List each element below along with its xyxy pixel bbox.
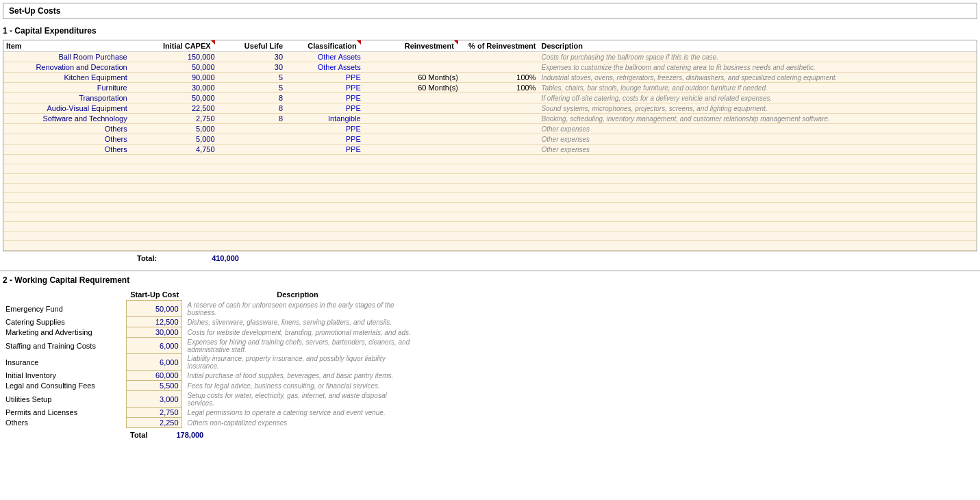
wc-amount: 2,750 — [126, 408, 181, 418]
capex-item-name: Others — [3, 124, 130, 134]
capex-classification: PPE — [286, 83, 364, 93]
wc-amount: 60,000 — [126, 371, 181, 381]
capex-classification: PPE — [286, 73, 364, 83]
wc-amount: 3,000 — [126, 391, 181, 408]
capex-item-name: Renovation and Decoration — [3, 62, 130, 73]
capex-reinvestment — [364, 103, 461, 114]
wc-header-description: Description — [181, 289, 414, 301]
capex-amount: 4,750 — [130, 145, 218, 155]
wc-amount: 2,250 — [126, 418, 181, 428]
capex-description: Other expenses — [539, 145, 977, 155]
capex-description: Expenses to customize the ballroom and c… — [539, 62, 977, 73]
capex-total-row: Total: 410,000 — [0, 251, 980, 265]
wc-item-name: Marketing and Advertising — [3, 327, 126, 338]
capex-item-name: Transportation — [3, 93, 130, 103]
wc-item-name: Staffing and Training Costs — [3, 338, 126, 354]
capex-amount: 50,000 — [130, 93, 218, 103]
capex-amount: 5,000 — [130, 134, 218, 145]
header-item: Item — [3, 40, 130, 52]
wc-total-row: Total 178,000 — [0, 428, 980, 442]
capex-row: Others 5,000 PPE Other expenses — [3, 134, 977, 145]
capex-empty-row — [3, 193, 977, 203]
capex-row: Software and Technology 2,750 8 Intangib… — [3, 114, 977, 124]
capex-row: Audio-Visual Equipment 22,500 8 PPE Soun… — [3, 103, 977, 114]
wc-row: Staffing and Training Costs 6,000 Expens… — [3, 338, 414, 354]
wc-item-name: Insurance — [3, 354, 126, 371]
capex-amount: 50,000 — [130, 62, 218, 73]
capex-classification: PPE — [286, 103, 364, 114]
capex-pct — [461, 52, 539, 62]
wc-item-name: Legal and Consulting Fees — [3, 381, 126, 391]
capex-item-name: Software and Technology — [3, 114, 130, 124]
capex-reinvestment — [364, 114, 461, 124]
capex-useful-life — [218, 134, 286, 145]
header-useful: Useful Life — [218, 40, 286, 52]
capex-description: Other expenses — [539, 124, 977, 134]
capex-reinvestment — [364, 145, 461, 155]
wc-item-name: Utilities Setup — [3, 391, 126, 408]
wc-row: Insurance 6,000 Liability insurance, pro… — [3, 354, 414, 371]
capex-classification: PPE — [286, 93, 364, 103]
section2-title: 2 - Working Capital Requirement — [0, 271, 980, 289]
capex-empty-row — [3, 232, 977, 241]
wc-item-name: Emergency Fund — [3, 301, 126, 317]
wc-total-label: Total — [130, 431, 147, 439]
capex-amount: 150,000 — [130, 52, 218, 62]
wc-row: Emergency Fund 50,000 A reserve of cash … — [3, 301, 414, 317]
capex-pct — [461, 145, 539, 155]
capex-empty-row — [3, 212, 977, 222]
capex-pct — [461, 114, 539, 124]
red-corner-class — [357, 40, 361, 45]
wc-description: Initial purchase of food supplies, bever… — [181, 371, 414, 381]
capex-useful-life: 30 — [218, 62, 286, 73]
capex-item-name: Others — [3, 134, 130, 145]
capex-empty-row — [3, 155, 977, 164]
header-pct: % of Reinvestment — [461, 40, 539, 52]
capex-classification: Other Assets — [286, 62, 364, 73]
header-classification: Classification — [286, 40, 364, 52]
wc-description: Legal permissions to operate a catering … — [181, 408, 414, 418]
capex-row: Renovation and Decoration 50,000 30 Othe… — [3, 62, 977, 73]
capex-classification: PPE — [286, 134, 364, 145]
capex-description: If offering off-site catering, costs for… — [539, 93, 977, 103]
capex-classification: PPE — [286, 124, 364, 134]
wc-header-item — [3, 289, 126, 301]
wc-amount: 50,000 — [126, 301, 181, 317]
wc-amount: 6,000 — [126, 338, 181, 354]
capex-reinvestment — [364, 52, 461, 62]
capex-description: Industrial stoves, ovens, refrigerators,… — [539, 73, 977, 83]
capex-item-name: Ball Room Purchase — [3, 52, 130, 62]
wc-row: Initial Inventory 60,000 Initial purchas… — [3, 371, 414, 381]
wc-row: Permits and Licenses 2,750 Legal permiss… — [3, 408, 414, 418]
red-corner-capex — [211, 40, 215, 45]
capex-empty-row — [3, 184, 977, 193]
wc-table: Start-Up Cost Description Emergency Fund… — [3, 289, 414, 428]
capex-description: Tables, chairs, bar stools, lounge furni… — [539, 83, 977, 93]
wc-amount: 5,500 — [126, 381, 181, 391]
capex-useful-life — [218, 124, 286, 134]
capex-description: Sound systems, microphones, projectors, … — [539, 103, 977, 114]
capex-total-label: Total: — [137, 254, 157, 262]
wc-description: Costs for website development, branding,… — [181, 327, 414, 338]
capex-description: Other expenses — [539, 134, 977, 145]
capex-empty-row — [3, 241, 977, 251]
wc-row: Catering Supplies 12,500 Dishes, silverw… — [3, 317, 414, 327]
capex-row: Kitchen Equipment 90,000 5 PPE 60 Month(… — [3, 73, 977, 83]
wc-description: Liability insurance, property insurance,… — [181, 354, 414, 371]
capex-useful-life: 5 — [218, 73, 286, 83]
capex-table: Item Initial CAPEX Useful Life Classific… — [3, 40, 977, 251]
capex-pct — [461, 134, 539, 145]
capex-empty-row — [3, 164, 977, 174]
capex-classification: PPE — [286, 145, 364, 155]
capex-amount: 22,500 — [130, 103, 218, 114]
capex-row: Ball Room Purchase 150,000 30 Other Asse… — [3, 52, 977, 62]
wc-header-startup: Start-Up Cost — [126, 289, 181, 301]
capex-row: Others 5,000 PPE Other expenses — [3, 124, 977, 134]
capex-useful-life: 8 — [218, 93, 286, 103]
wc-amount: 30,000 — [126, 327, 181, 338]
capex-pct: 100% — [461, 83, 539, 93]
capex-amount: 30,000 — [130, 83, 218, 93]
capex-amount: 90,000 — [130, 73, 218, 83]
capex-classification: Intangible — [286, 114, 364, 124]
wc-row: Utilities Setup 3,000 Setup costs for wa… — [3, 391, 414, 408]
